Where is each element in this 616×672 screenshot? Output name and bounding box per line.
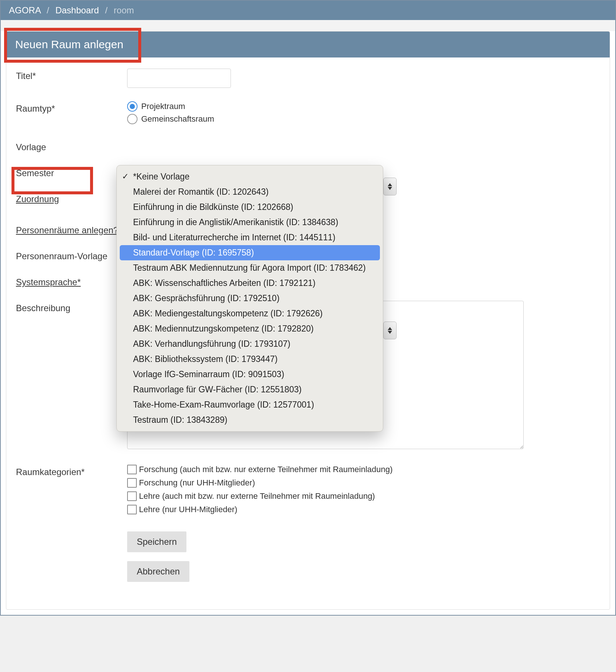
raumkategorie-label: Lehre (nur UHH-Mitglieder)	[139, 505, 237, 514]
page-title: Neuen Raum anlegen	[15, 38, 123, 50]
label-titel: Titel*	[16, 69, 127, 81]
spacer	[1, 20, 615, 31]
save-button[interactable]: Speichern	[127, 531, 186, 552]
vorlage-option[interactable]: *Keine Vorlage	[117, 169, 383, 184]
raumtyp-gemeinschaftsraum-label: Gemeinschaftsraum	[141, 114, 214, 124]
vorlage-option[interactable]: Standard-Vorlage (ID: 1695758)	[120, 245, 380, 260]
vorlage-option[interactable]: Einführung in die Anglistik/Amerikanisti…	[117, 215, 383, 230]
label-raumtyp: Raumtyp*	[16, 101, 127, 114]
vorlage-option[interactable]: Malerei der Romantik (ID: 1202643)	[117, 184, 383, 200]
vorlage-option[interactable]: ABK: Verhandlungsführung (ID: 1793107)	[117, 336, 383, 352]
vorlage-option[interactable]: Testraum (ID: 13843289)	[117, 412, 383, 428]
label-vorlage: Vorlage	[16, 140, 127, 152]
vorlage-option[interactable]: ABK: Bibliothekssystem (ID: 1793447)	[117, 352, 383, 367]
titel-input[interactable]	[127, 69, 231, 88]
vorlage-select-stepper[interactable]	[383, 178, 397, 195]
raumkategorie-checkbox[interactable]	[127, 478, 137, 488]
breadcrumb-dashboard[interactable]: Dashboard	[55, 5, 99, 15]
label-raumkategorien: Raumkategorien*	[16, 465, 127, 477]
cancel-button[interactable]: Abbrechen	[127, 561, 189, 582]
vorlage-option[interactable]: Raumvorlage für GW-Fächer (ID: 12551803)	[117, 382, 383, 397]
raumkategorie-label: Forschung (auch mit bzw. nur externe Tei…	[139, 465, 393, 474]
create-room-card: Neuen Raum anlegen Titel* Raumtyp* Proje…	[6, 31, 610, 610]
raumkategorie-checkbox[interactable]	[127, 465, 137, 474]
breadcrumb-separator: /	[105, 5, 107, 15]
label-zuordnung[interactable]: Zuordnung	[16, 192, 127, 204]
label-systemsprache[interactable]: Systemsprache*	[16, 275, 127, 287]
breadcrumb-separator: /	[47, 5, 49, 15]
breadcrumb-current: room	[114, 5, 134, 15]
chevron-up-icon	[388, 327, 392, 330]
vorlage-dropdown[interactable]: *Keine VorlageMalerei der Romantik (ID: …	[116, 165, 383, 432]
label-beschreibung: Beschreibung	[16, 301, 127, 313]
vorlage-option[interactable]: ABK: Mediennutzungskompetenz (ID: 179282…	[117, 321, 383, 336]
vorlage-option[interactable]: ABK: Wissenschaftliches Arbeiten (ID: 17…	[117, 276, 383, 291]
chevron-down-icon	[388, 187, 392, 190]
vorlage-option[interactable]: ABK: Gesprächsführung (ID: 1792510)	[117, 291, 383, 306]
vorlage-option[interactable]: Testraum ABK Mediennutzung für Agora Imp…	[117, 260, 383, 276]
label-semester: Semester	[16, 166, 127, 178]
vorlage-option[interactable]: Vorlage IfG-Seminarraum (ID: 9091503)	[117, 367, 383, 382]
raumtyp-projektraum-radio[interactable]	[127, 101, 138, 112]
raumkategorie-checkbox[interactable]	[127, 505, 137, 514]
chevron-down-icon	[388, 331, 392, 334]
vorlage-option[interactable]: Bild- und Literaturrecherche im Internet…	[117, 230, 383, 245]
breadcrumb: AGORA / Dashboard / room	[1, 1, 615, 20]
card-header: Neuen Raum anlegen	[6, 32, 610, 57]
breadcrumb-root[interactable]: AGORA	[9, 5, 40, 15]
vorlage-option[interactable]: ABK: Mediengestaltungskompetenz (ID: 179…	[117, 306, 383, 321]
personenraum-vorlage-select-stepper[interactable]	[383, 322, 397, 339]
chevron-up-icon	[388, 183, 392, 186]
raumkategorie-checkbox[interactable]	[127, 491, 137, 501]
raumtyp-projektraum-label: Projektraum	[141, 102, 185, 111]
label-personenraum-vorlage: Personenraum-Vorlage	[16, 249, 127, 261]
raumkategorie-label: Forschung (nur UHH-Mitglieder)	[139, 478, 255, 488]
raumkategorie-label: Lehre (auch mit bzw. nur externe Teilneh…	[139, 491, 375, 501]
vorlage-option[interactable]: Einführung in die Bildkünste (ID: 120266…	[117, 200, 383, 215]
label-personenraeume[interactable]: Personenräume anlegen?	[16, 223, 127, 235]
raumtyp-gemeinschaftsraum-radio[interactable]	[127, 114, 138, 124]
vorlage-option[interactable]: Take-Home-Exam-Raumvorlage (ID: 12577001…	[117, 397, 383, 412]
